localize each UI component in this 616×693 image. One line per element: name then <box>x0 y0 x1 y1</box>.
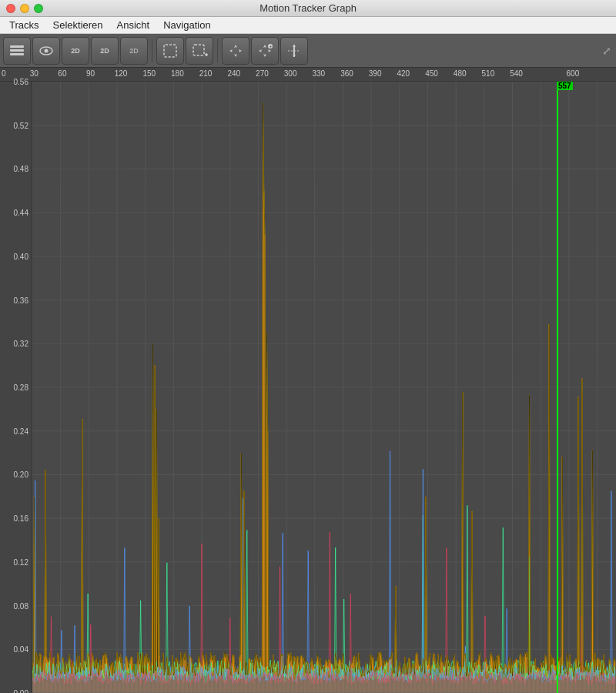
playhead-label: 557 <box>557 82 573 90</box>
y-axis-label: 0.12 <box>14 557 28 566</box>
ruler-tick: 300 <box>284 69 297 78</box>
svg-rect-6 <box>193 45 204 55</box>
ruler-tick: 210 <box>199 69 213 78</box>
toolbar-separator-1 <box>152 39 152 62</box>
minimize-button[interactable] <box>20 4 29 13</box>
svg-rect-0 <box>10 45 24 48</box>
menu-ansicht[interactable]: Ansicht <box>111 18 156 32</box>
y-axis-label: 0.20 <box>14 470 28 479</box>
ruler-tick: 330 <box>312 69 325 78</box>
ruler-tick: 180 <box>171 69 184 78</box>
graph-area: 557 <box>32 82 616 693</box>
y-axis-label: 0.44 <box>14 209 28 217</box>
menu-tracks[interactable]: Tracks <box>3 18 45 32</box>
toolbar: 2D 2D 2D + <box>0 34 616 68</box>
svg-marker-9 <box>234 45 237 57</box>
y-axis-label: 0.28 <box>14 383 28 392</box>
toolbar-eye-btn[interactable] <box>32 37 60 65</box>
svg-marker-10 <box>229 49 242 52</box>
toolbar-move2-btn[interactable]: + <box>251 37 279 65</box>
toolbar-separator-2 <box>217 39 218 62</box>
ruler-tick: 360 <box>340 69 353 78</box>
ruler-tick: 60 <box>58 69 66 78</box>
motion-graph-canvas <box>32 82 616 693</box>
svg-marker-18 <box>293 55 296 57</box>
ruler-tick: 480 <box>454 69 467 78</box>
y-axis-label: 0.16 <box>14 514 28 523</box>
graph-container: 0306090120150180210240270300330360390420… <box>0 68 616 693</box>
ruler-tick: 0 <box>2 69 6 78</box>
y-axis-label: 0.08 <box>14 601 28 610</box>
toolbar-select-btn[interactable] <box>156 37 184 65</box>
ruler-tick: 120 <box>115 69 128 78</box>
y-axis-label: 0.32 <box>14 340 28 348</box>
y-axis-label: 0.04 <box>14 645 28 654</box>
toolbar-2d-btn-2[interactable]: 2D <box>91 37 119 65</box>
svg-marker-12 <box>259 49 271 52</box>
svg-point-4 <box>45 49 49 52</box>
y-axis-label: 0.48 <box>14 165 28 173</box>
menu-bar: Tracks Selektieren Ansicht Navigation <box>0 17 616 34</box>
menu-selektieren[interactable]: Selektieren <box>47 18 109 32</box>
y-axis: 0.000.040.080.120.160.200.240.280.320.36… <box>0 82 32 693</box>
svg-rect-5 <box>164 45 176 57</box>
ruler-tick: 90 <box>86 69 95 78</box>
resize-icon[interactable]: ⤢ <box>602 45 611 57</box>
y-axis-label: 0.36 <box>14 296 28 304</box>
svg-marker-17 <box>293 45 296 47</box>
ruler-tick: 420 <box>397 69 410 78</box>
ruler-tick: 450 <box>425 69 438 78</box>
maximize-button[interactable] <box>34 4 43 13</box>
svg-rect-2 <box>10 53 24 55</box>
svg-rect-1 <box>10 49 24 52</box>
toolbar-scale-btn[interactable] <box>280 37 308 65</box>
ruler-tick: 540 <box>510 69 523 78</box>
window-controls <box>6 4 43 13</box>
toolbar-tracks-btn[interactable] <box>3 37 31 65</box>
svg-marker-11 <box>263 45 266 57</box>
toolbar-select2-btn[interactable] <box>186 37 213 65</box>
y-axis-label: 0.56 <box>14 78 28 86</box>
ruler-tick: 150 <box>142 69 156 78</box>
toolbar-move-btn[interactable] <box>222 37 249 65</box>
ruler-tick: 510 <box>482 69 495 78</box>
ruler-tick: 240 <box>227 69 240 78</box>
timeline-ruler: 0306090120150180210240270300330360390420… <box>0 68 616 82</box>
window-title: Motion Tracker Graph <box>259 2 357 14</box>
y-axis-label: 0.24 <box>14 427 28 435</box>
title-bar: Motion Tracker Graph <box>0 0 616 17</box>
toolbar-2d-btn-3[interactable]: 2D <box>120 37 148 65</box>
close-button[interactable] <box>6 4 15 13</box>
ruler-tick: 600 <box>567 69 580 78</box>
y-axis-label: 0.00 <box>14 689 28 694</box>
playhead[interactable]: 557 <box>557 82 558 693</box>
ruler-tick: 270 <box>256 69 269 78</box>
ruler-tick: 30 <box>30 69 38 78</box>
menu-navigation[interactable]: Navigation <box>157 18 216 32</box>
y-axis-label: 0.40 <box>14 252 28 260</box>
svg-text:+: + <box>270 44 272 49</box>
toolbar-2d-btn-1[interactable]: 2D <box>62 37 89 65</box>
ruler-tick: 390 <box>369 69 382 78</box>
y-axis-label: 0.52 <box>14 121 28 129</box>
